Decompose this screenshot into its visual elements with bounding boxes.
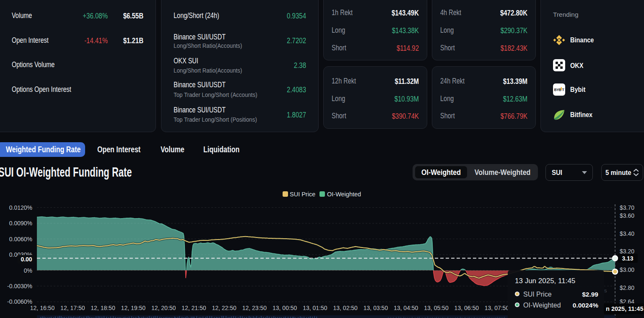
- svg-text:$3.40: $3.40: [620, 230, 634, 237]
- svg-text:0%: 0%: [24, 267, 32, 274]
- svg-text:$2.80: $2.80: [620, 284, 634, 291]
- svg-text:BYB: BYB: [554, 88, 561, 92]
- svg-text:13, 05:50: 13, 05:50: [424, 305, 449, 311]
- svg-text:$3.70: $3.70: [620, 204, 634, 211]
- svg-text:13, 06:50: 13, 06:50: [454, 305, 479, 311]
- svg-text:-0.0060%: -0.0060%: [7, 298, 32, 305]
- svg-text:13, 02:50: 13, 02:50: [333, 305, 358, 311]
- svg-text:12, 18:50: 12, 18:50: [91, 305, 115, 311]
- svg-text:13, 07:50: 13, 07:50: [485, 305, 509, 311]
- svg-text:13, 01:50: 13, 01:50: [303, 305, 327, 311]
- svg-text:T: T: [562, 88, 564, 92]
- svg-text:0.0120%: 0.0120%: [9, 204, 32, 211]
- svg-text:12, 17:50: 12, 17:50: [60, 305, 85, 311]
- svg-text:0.0090%: 0.0090%: [9, 220, 32, 227]
- svg-text:0.0060%: 0.0060%: [9, 236, 32, 242]
- svg-text:12, 23:50: 12, 23:50: [242, 305, 267, 311]
- svg-text:13, 00:50: 13, 00:50: [273, 305, 297, 311]
- svg-text:13, 04:50: 13, 04:50: [394, 305, 418, 311]
- svg-text:13, 03:50: 13, 03:50: [364, 305, 388, 311]
- svg-text:12, 20:50: 12, 20:50: [151, 305, 176, 311]
- svg-text:12, 16:50: 12, 16:50: [30, 305, 55, 311]
- svg-text:0.00: 0.00: [21, 256, 32, 263]
- svg-text:3.13: 3.13: [622, 255, 633, 262]
- svg-text:$3.60: $3.60: [620, 212, 634, 219]
- svg-text:-0.0030%: -0.0030%: [7, 283, 32, 289]
- svg-text:12, 19:50: 12, 19:50: [121, 305, 146, 311]
- svg-text:s: s: [604, 287, 607, 294]
- svg-text:$3.00: $3.00: [620, 266, 634, 273]
- svg-text:12, 22:50: 12, 22:50: [212, 305, 236, 311]
- svg-text:12, 21:50: 12, 21:50: [182, 305, 206, 311]
